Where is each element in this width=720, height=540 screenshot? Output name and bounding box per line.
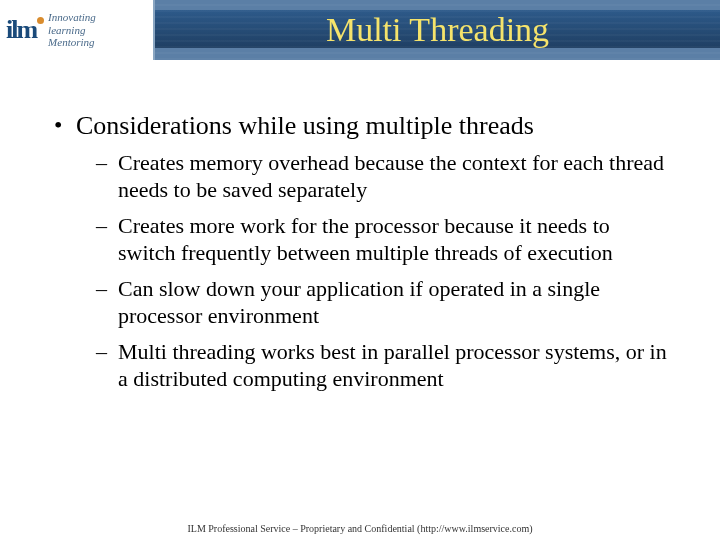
sub-bullet-list: Creates memory overhead because the cont…: [76, 149, 672, 393]
main-bullet-item: Considerations while using multiple thre…: [48, 110, 672, 393]
logo-tagline: Innovating learning Mentoring: [48, 11, 96, 49]
logo-line1: Innovating: [48, 11, 96, 24]
slide-header: ilm Innovating learning Mentoring Multi …: [0, 0, 720, 60]
sub-bullet-item: Creates more work for the processor beca…: [94, 212, 672, 267]
sub-bullet-item: Can slow down your application if operat…: [94, 275, 672, 330]
title-bar: Multi Threading: [155, 0, 720, 60]
logo-dot-icon: [37, 17, 44, 24]
logo-text-mark: ilm: [6, 15, 36, 44]
slide-content: Considerations while using multiple thre…: [0, 60, 720, 393]
slide-footer: ILM Professional Service – Proprietary a…: [0, 523, 720, 534]
logo-box: ilm Innovating learning Mentoring: [0, 0, 155, 60]
logo-line3: Mentoring: [48, 36, 96, 49]
logo-mark: ilm: [6, 17, 44, 43]
logo-line2: learning: [48, 24, 96, 37]
main-bullet-list: Considerations while using multiple thre…: [48, 110, 672, 393]
slide-title: Multi Threading: [326, 11, 549, 49]
sub-bullet-item: Creates memory overhead because the cont…: [94, 149, 672, 204]
sub-bullet-item: Multi threading works best in parallel p…: [94, 338, 672, 393]
main-bullet-text: Considerations while using multiple thre…: [76, 111, 534, 140]
